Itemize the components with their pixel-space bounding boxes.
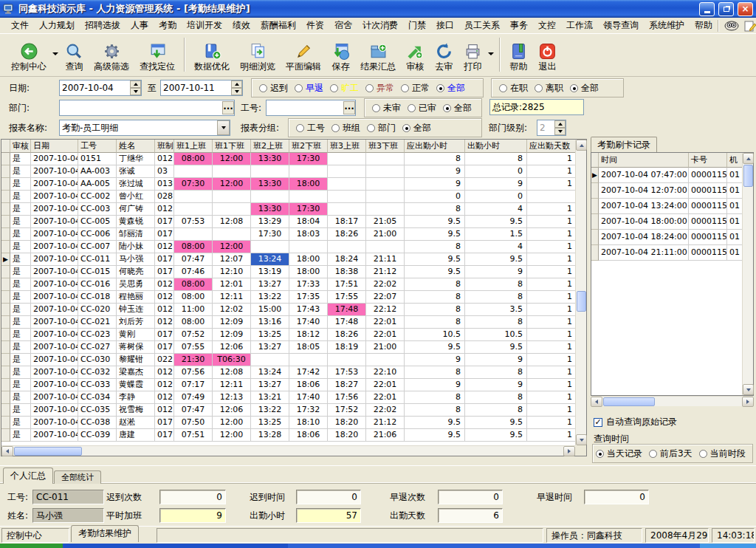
column-header-2[interactable]: 日期 — [31, 140, 78, 153]
date-from-input[interactable]: 2007-10-04 — [59, 80, 142, 96]
radio-group-4[interactable]: 全部 — [402, 122, 431, 134]
radio-employ-3[interactable]: 全部 — [570, 82, 599, 95]
column-header-13[interactable]: 出勤小时 — [465, 140, 527, 153]
radio-employ-1[interactable]: 在职 — [499, 82, 528, 95]
grid-vscrollbar[interactable] — [575, 140, 586, 445]
table-row-10[interactable]: 是2007-10-04CC-015何晓亮01707:4612:1013:1918… — [1, 266, 586, 278]
menu-item-15[interactable]: 事务 — [505, 18, 533, 33]
column-header-10[interactable]: 班3上班 — [328, 140, 366, 153]
toolbar-search-button[interactable]: 查询 — [60, 41, 89, 73]
card-column-header-3[interactable]: 机 — [727, 153, 743, 168]
menu-item-1[interactable]: 文件 — [6, 18, 34, 33]
table-row-14[interactable]: 是2007-10-04CC-021刘后芳01208:0012:0913:1617… — [1, 316, 586, 329]
date-from-spinner[interactable] — [130, 81, 141, 95]
card-scroll-right-button[interactable] — [742, 397, 754, 407]
tab-personal-summary[interactable]: 个人汇总 — [3, 467, 53, 484]
menu-item-9[interactable]: 件资 — [301, 18, 329, 33]
close-button[interactable]: × — [738, 2, 753, 16]
table-row-18[interactable]: 是2007-10-04CC-032梁嘉杰01207:5612:0813:2417… — [1, 366, 586, 379]
scroll-left-button[interactable] — [1, 446, 13, 456]
dropdown-arrow-icon[interactable] — [52, 52, 58, 55]
radio-employ-2[interactable]: 离职 — [535, 82, 563, 95]
column-header-9[interactable]: 班2下班 — [289, 140, 328, 153]
minimize-button[interactable] — [699, 2, 715, 16]
radio-group-3[interactable]: 部门 — [367, 122, 396, 134]
card-row-3[interactable]: 2007-10-04 13:24:00000011581001 — [591, 199, 753, 214]
table-row-1[interactable]: 是2007-10-040151丁继华01208:0012:0013:3017:3… — [1, 153, 586, 165]
table-row-2[interactable]: 是2007-10-04AA-003张诚03901 — [1, 165, 586, 178]
toolbar-pencil-button[interactable]: 平面编辑 — [281, 41, 326, 73]
toolbar-locate-button[interactable]: 查找定位 — [134, 41, 180, 73]
auto-query-checkbox[interactable]: ✓ 自动查询原始记录 — [594, 416, 677, 428]
toolbar-optimize-button[interactable]: 数据优化 — [189, 41, 235, 73]
menu-item-7[interactable]: 绩效 — [227, 18, 255, 33]
toolbar-back-button[interactable]: 控制中心 — [6, 41, 52, 73]
vscroll-thumb[interactable] — [577, 291, 586, 312]
radio-audit-2[interactable]: 已审 — [408, 102, 436, 114]
table-row-6[interactable]: 是2007-10-04CC-005黄森锐01707:5312:0813:2918… — [1, 216, 586, 228]
column-header-7[interactable]: 班1下班 — [213, 140, 251, 153]
menu-item-5[interactable]: 考勤 — [154, 18, 182, 33]
column-header-1[interactable]: 审核 — [10, 140, 31, 153]
column-header-6[interactable]: 班1上班 — [174, 140, 213, 153]
menu-item-19[interactable]: 系统维护 — [644, 18, 690, 33]
dept-browse-button[interactable]: ... — [222, 101, 234, 114]
column-header-8[interactable]: 班2上班 — [251, 140, 289, 153]
radio-audit-1[interactable]: 未审 — [372, 102, 401, 114]
menu-item-8[interactable]: 薪酬福利 — [255, 18, 301, 33]
toolbar-exit-button[interactable]: 退出 — [533, 41, 562, 73]
card-vscrollbar[interactable] — [742, 153, 753, 395]
statusbar-tab-attendance[interactable]: 考勤结果维护 — [71, 525, 139, 542]
table-row-3[interactable]: 是2007-10-04AA-005张过城01307:3012:0013:3018… — [1, 178, 586, 191]
card-row-1[interactable]: ▶2007-10-04 07:47:00000011581001 — [591, 168, 753, 183]
menu-item-3[interactable]: 招聘选拔 — [80, 18, 126, 33]
card-scroll-down-button[interactable] — [743, 384, 754, 395]
menu-item-11[interactable]: 计次消费 — [357, 18, 403, 33]
date-to-input[interactable]: 2007-10-11 — [160, 80, 243, 96]
table-row-8[interactable]: 是2007-10-04CC-007陆小妹01208:0012:00841 — [1, 241, 586, 253]
empno-browse-button[interactable]: ... — [343, 101, 355, 114]
radio-status-4[interactable]: 异常 — [365, 82, 394, 95]
radio-timerange-3[interactable]: 当前时段 — [699, 448, 746, 460]
menu-item-16[interactable]: 文控 — [533, 18, 561, 33]
table-row-21[interactable]: 是2007-10-04CC-035祝雪梅01207:4712:0613:2217… — [1, 404, 586, 417]
menu-item-13[interactable]: 接口 — [431, 18, 459, 33]
card-row-5[interactable]: 2007-10-04 18:24:00000011581001 — [591, 230, 753, 245]
table-row-22[interactable]: 是2007-10-04CC-038赵淞01707:5012:0013:2518:… — [1, 417, 586, 429]
table-row-15[interactable]: 是2007-10-04CC-023黄刚01707:5212:0913:2518:… — [1, 329, 586, 341]
card-column-header-1[interactable]: 时间 — [599, 153, 689, 168]
column-header-14[interactable]: 应出勤天数 — [527, 140, 577, 153]
card-row-2[interactable]: 2007-10-04 12:07:00000011581001 — [591, 183, 753, 199]
toolbar-print-button[interactable]: 打印 — [458, 41, 487, 73]
grid-hscrollbar[interactable] — [1, 445, 575, 456]
radio-group-1[interactable]: 工号 — [296, 122, 325, 134]
hscroll-thumb[interactable] — [14, 447, 82, 456]
start-button-sliver[interactable] — [0, 544, 63, 548]
report-dropdown-button[interactable] — [217, 120, 230, 135]
toolbar-gear-button[interactable]: 高级筛选 — [89, 41, 134, 73]
radio-timerange-1[interactable]: 当天记录 — [596, 448, 642, 460]
menu-item-17[interactable]: 工作流 — [561, 18, 598, 33]
scroll-right-button[interactable] — [563, 446, 575, 456]
toolbar-help-button[interactable]: 帮助 — [504, 41, 533, 73]
radio-timerange-2[interactable]: 前后3天 — [649, 448, 693, 460]
table-row-13[interactable]: 是2007-10-04CC-020钟玉连01211:0012:0215:0017… — [1, 304, 586, 316]
table-row-7[interactable]: 是2007-10-04CC-006邹丽清01717:3018:0318:2621… — [1, 228, 586, 241]
card-hscroll-thumb[interactable] — [603, 397, 655, 406]
menu-item-18[interactable]: 领导查询 — [598, 18, 644, 33]
column-header-12[interactable]: 应出勤小时 — [405, 140, 465, 153]
table-row-5[interactable]: 是2007-10-04CC-003何广铸01213:3017:30841 — [1, 203, 586, 216]
menu-item-4[interactable]: 人事 — [126, 18, 154, 33]
radio-status-5[interactable]: 正常 — [401, 82, 430, 95]
dept-input[interactable]: ... — [59, 100, 235, 116]
toolbar-audit-button[interactable]: 审核 — [401, 41, 430, 73]
radio-status-1[interactable]: 迟到 — [259, 82, 288, 95]
toolbar-browse-button[interactable]: 明细浏览 — [235, 41, 281, 73]
menu-item-2[interactable]: 人力规划 — [34, 18, 80, 33]
empno-input[interactable]: ... — [266, 100, 356, 116]
dept-level-spinner[interactable]: 2 — [537, 120, 566, 136]
menu-item-12[interactable]: 门禁 — [403, 18, 431, 33]
column-header-5[interactable]: 班制 — [155, 140, 174, 153]
restore-button[interactable] — [718, 2, 734, 16]
scroll-up-button[interactable] — [576, 140, 587, 151]
